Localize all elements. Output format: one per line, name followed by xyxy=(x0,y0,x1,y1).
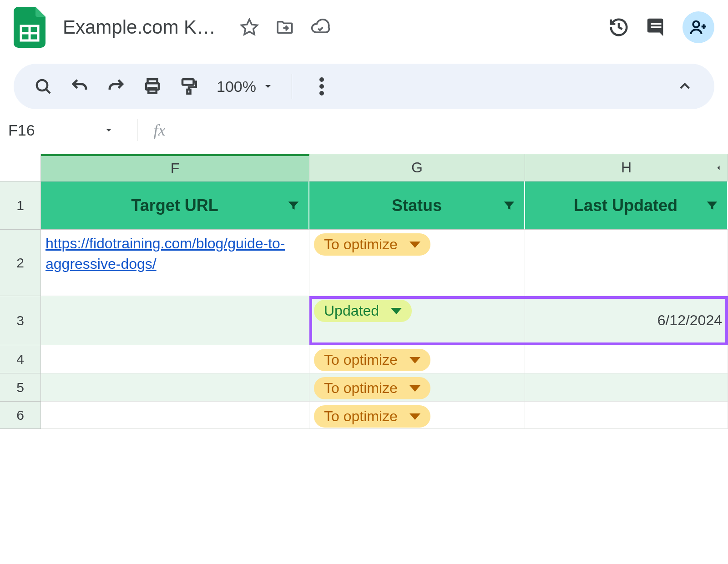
svg-point-17 xyxy=(319,84,324,89)
chevron-down-icon xyxy=(410,242,420,248)
row-header-4[interactable]: 4 xyxy=(0,345,41,373)
formula-bar-row: F16 fx xyxy=(0,109,728,146)
filter-icon[interactable] xyxy=(705,199,719,212)
cell-F4[interactable] xyxy=(41,345,309,373)
svg-point-6 xyxy=(693,21,699,27)
collapse-toolbar-icon[interactable] xyxy=(673,75,696,98)
url-link[interactable]: https://fidotraining.com/blog/guide-to-a… xyxy=(46,233,304,274)
cell-G6[interactable]: To optimize xyxy=(309,402,525,429)
filter-icon[interactable] xyxy=(287,199,300,212)
svg-rect-4 xyxy=(651,23,662,25)
header-status[interactable]: Status xyxy=(309,181,525,230)
status-chip[interactable]: To optimize xyxy=(314,405,430,428)
svg-marker-3 xyxy=(242,20,258,35)
chevron-down-icon xyxy=(391,308,402,314)
cell-G3[interactable]: Updated xyxy=(309,296,525,345)
cell-F2[interactable]: https://fidotraining.com/blog/guide-to-a… xyxy=(41,230,309,296)
chip-label: To optimize xyxy=(324,352,398,368)
chevron-down-icon xyxy=(410,385,420,392)
status-chip[interactable]: To optimize xyxy=(314,377,430,399)
header-target-url[interactable]: Target URL xyxy=(41,181,309,230)
row-header-2[interactable]: 2 xyxy=(0,230,41,296)
chip-label: To optimize xyxy=(324,408,398,425)
zoom-value: 100% xyxy=(217,78,256,96)
share-button[interactable] xyxy=(682,11,714,43)
chip-label: To optimize xyxy=(324,236,398,253)
cloud-status-icon[interactable] xyxy=(309,16,331,38)
fx-icon[interactable]: fx xyxy=(154,121,166,140)
star-icon[interactable] xyxy=(238,16,260,38)
divider xyxy=(137,119,137,141)
header-label: Status xyxy=(392,196,442,215)
print-icon[interactable] xyxy=(141,75,164,98)
chevron-down-icon xyxy=(103,125,114,136)
select-all-corner[interactable] xyxy=(0,154,41,181)
redo-icon[interactable] xyxy=(105,75,127,98)
document-title[interactable]: Example.com K… xyxy=(63,16,216,38)
cell-G4[interactable]: To optimize xyxy=(309,345,525,373)
zoom-dropdown[interactable]: 100% xyxy=(217,78,273,96)
collapse-columns-icon[interactable] xyxy=(714,163,723,172)
svg-rect-14 xyxy=(182,79,194,85)
spreadsheet-grid: F G H 1 Target URL Status Last Updated xyxy=(0,154,728,429)
chip-label: To optimize xyxy=(324,380,398,397)
svg-rect-5 xyxy=(651,26,662,28)
cell-G2[interactable]: To optimize xyxy=(309,230,525,296)
filter-icon[interactable] xyxy=(502,199,516,212)
status-chip[interactable]: Updated xyxy=(314,300,412,322)
name-box[interactable]: F16 xyxy=(6,121,114,139)
row-header-1[interactable]: 1 xyxy=(0,181,41,230)
divider xyxy=(292,74,292,99)
header-label: Last Updated xyxy=(574,196,677,215)
cell-H6[interactable] xyxy=(525,402,728,429)
search-menu-icon[interactable] xyxy=(32,75,55,98)
column-headers: F G H xyxy=(0,154,728,181)
header-label: Target URL xyxy=(131,196,218,215)
column-letter: H xyxy=(621,159,632,176)
cell-G5[interactable]: To optimize xyxy=(309,373,525,402)
table-row: 2 https://fidotraining.com/blog/guide-to… xyxy=(0,230,728,296)
table-row: 3 Updated 6/12/2024 xyxy=(0,296,728,345)
header-last-updated[interactable]: Last Updated xyxy=(525,181,728,230)
chevron-down-icon xyxy=(410,357,420,363)
cell-F6[interactable] xyxy=(41,402,309,429)
cell-reference: F16 xyxy=(8,121,35,139)
history-icon[interactable] xyxy=(608,16,630,38)
cell-H3[interactable]: 6/12/2024 xyxy=(525,296,728,345)
svg-point-16 xyxy=(319,77,324,82)
more-menu-icon[interactable] xyxy=(310,75,333,98)
cell-F5[interactable] xyxy=(41,373,309,402)
sheets-app-icon[interactable] xyxy=(14,7,46,48)
svg-line-10 xyxy=(46,89,50,93)
toolbar: 100% xyxy=(14,64,714,109)
header-row: 1 Target URL Status Last Updated xyxy=(0,181,728,230)
chip-label: Updated xyxy=(324,302,379,319)
app-header: Example.com K… xyxy=(0,0,728,55)
svg-point-18 xyxy=(319,91,324,96)
table-row: 5 To optimize xyxy=(0,373,728,402)
status-chip[interactable]: To optimize xyxy=(314,349,430,371)
table-row: 6 To optimize xyxy=(0,402,728,429)
svg-rect-15 xyxy=(187,90,191,94)
move-folder-icon[interactable] xyxy=(274,16,296,38)
column-header-F[interactable]: F xyxy=(41,154,309,181)
chevron-down-icon xyxy=(410,413,420,420)
row-header-6[interactable]: 6 xyxy=(0,402,41,429)
paint-format-icon[interactable] xyxy=(177,75,200,98)
chevron-down-icon xyxy=(263,81,273,92)
row-header-5[interactable]: 5 xyxy=(0,373,41,402)
cell-H2[interactable] xyxy=(525,230,728,296)
cell-H4[interactable] xyxy=(525,345,728,373)
table-row: 4 To optimize xyxy=(0,345,728,373)
column-header-H[interactable]: H xyxy=(525,154,728,181)
row-header-3[interactable]: 3 xyxy=(0,296,41,345)
cell-F3[interactable] xyxy=(41,296,309,345)
comments-icon[interactable] xyxy=(645,16,667,38)
status-chip[interactable]: To optimize xyxy=(314,233,430,256)
undo-icon[interactable] xyxy=(68,75,91,98)
svg-point-9 xyxy=(37,80,47,91)
column-header-G[interactable]: G xyxy=(309,154,525,181)
cell-H5[interactable] xyxy=(525,373,728,402)
